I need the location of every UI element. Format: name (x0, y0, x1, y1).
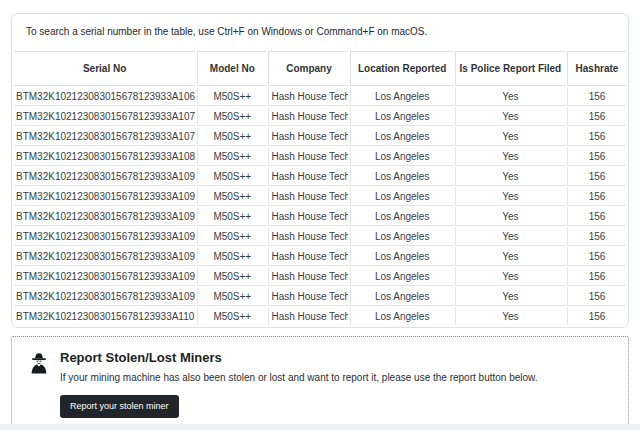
hashrate-cell: 156 (567, 168, 626, 186)
column-header-model: Model No (197, 51, 266, 86)
model-cell: M50S++ (197, 228, 266, 246)
hashrate-cell: 156 (567, 268, 626, 286)
company-cell: Hash House Tech (268, 188, 348, 206)
model-cell: M50S++ (197, 108, 266, 126)
model-cell: M50S++ (197, 188, 266, 206)
column-header-serial: Serial No (14, 51, 195, 86)
model-cell: M50S++ (197, 208, 266, 226)
company-cell: Hash House Tech (268, 208, 348, 226)
page-bottom-strip (0, 424, 640, 430)
hashrate-cell: 156 (567, 208, 626, 226)
company-cell: Hash House Tech (268, 308, 348, 325)
location-cell: Los Angeles (350, 288, 452, 306)
company-cell: Hash House Tech (268, 268, 348, 286)
search-hint-text: To search a serial number in the table, … (12, 14, 628, 49)
table-header-row: Serial NoModel NoCompanyLocation Reporte… (14, 51, 626, 86)
company-cell: Hash House Tech (268, 288, 348, 306)
model-cell: M50S++ (197, 288, 266, 306)
location-cell: Los Angeles (350, 128, 452, 146)
hashrate-cell: 156 (567, 228, 626, 246)
police-cell: Yes (455, 148, 565, 166)
company-cell: Hash House Tech (268, 108, 348, 126)
table-row: BTM32K102123083015678123933A11019M50S++H… (14, 308, 626, 325)
police-cell: Yes (455, 168, 565, 186)
column-header-location: Location Reported (350, 51, 452, 86)
table-row: BTM32K102123083015678123933A10648M50S++H… (14, 88, 626, 106)
detective-spy-icon (29, 350, 49, 379)
location-cell: Los Angeles (350, 308, 452, 325)
location-cell: Los Angeles (350, 268, 452, 286)
company-cell: Hash House Tech (268, 88, 348, 106)
model-cell: M50S++ (197, 128, 266, 146)
location-cell: Los Angeles (350, 228, 452, 246)
column-header-company: Company (268, 51, 348, 86)
serial-cell: BTM32K102123083015678123933A10924 (14, 208, 195, 226)
table-row: BTM32K102123083015678123933A10830M50S++H… (14, 148, 626, 166)
hashrate-cell: 156 (567, 288, 626, 306)
table-row: BTM32K102123083015678123933A10926M50S++H… (14, 228, 626, 246)
company-cell: Hash House Tech (268, 168, 348, 186)
police-cell: Yes (455, 108, 565, 126)
table-row: BTM32K102123083015678123933A10935M50S++H… (14, 248, 626, 266)
hashrate-cell: 156 (567, 148, 626, 166)
model-cell: M50S++ (197, 168, 266, 186)
table-row: BTM32K102123083015678123933A10790M50S++H… (14, 108, 626, 126)
company-cell: Hash House Tech (268, 148, 348, 166)
serial-cell: BTM32K102123083015678123933A10830 (14, 148, 195, 166)
report-section-title: Report Stolen/Lost Miners (60, 350, 612, 365)
serial-cell: BTM32K102123083015678123933A10926 (14, 228, 195, 246)
serial-cell: BTM32K102123083015678123933A10935 (14, 248, 195, 266)
location-cell: Los Angeles (350, 208, 452, 226)
location-cell: Los Angeles (350, 108, 452, 126)
table-row: BTM32K102123083015678123933A10917M50S++H… (14, 168, 626, 186)
location-cell: Los Angeles (350, 188, 452, 206)
company-cell: Hash House Tech (268, 128, 348, 146)
company-cell: Hash House Tech (268, 228, 348, 246)
company-cell: Hash House Tech (268, 248, 348, 266)
hashrate-cell: 156 (567, 108, 626, 126)
model-cell: M50S++ (197, 148, 266, 166)
location-cell: Los Angeles (350, 148, 452, 166)
police-cell: Yes (455, 268, 565, 286)
table-body: BTM32K102123083015678123933A10648M50S++H… (14, 88, 626, 325)
location-cell: Los Angeles (350, 168, 452, 186)
serial-cell: BTM32K102123083015678123933A10939 (14, 268, 195, 286)
hashrate-cell: 156 (567, 248, 626, 266)
hashrate-cell: 156 (567, 88, 626, 106)
table-row: BTM32K102123083015678123933A10946M50S++H… (14, 288, 626, 306)
police-cell: Yes (455, 228, 565, 246)
police-cell: Yes (455, 88, 565, 106)
hashrate-cell: 156 (567, 128, 626, 146)
police-cell: Yes (455, 128, 565, 146)
serial-cell: BTM32K102123083015678123933A10917 (14, 168, 195, 186)
table-row: BTM32K102123083015678123933A10792M50S++H… (14, 128, 626, 146)
model-cell: M50S++ (197, 248, 266, 266)
model-cell: M50S++ (197, 308, 266, 325)
police-cell: Yes (455, 288, 565, 306)
police-cell: Yes (455, 188, 565, 206)
serial-cell: BTM32K102123083015678123933A10648 (14, 88, 195, 106)
model-cell: M50S++ (197, 268, 266, 286)
location-cell: Los Angeles (350, 88, 452, 106)
serial-cell: BTM32K102123083015678123933A10790 (14, 108, 195, 126)
hashrate-cell: 156 (567, 188, 626, 206)
serial-cell: BTM32K102123083015678123933A10946 (14, 288, 195, 306)
table-row: BTM32K102123083015678123933A10921M50S++H… (14, 188, 626, 206)
location-cell: Los Angeles (350, 248, 452, 266)
model-cell: M50S++ (197, 88, 266, 106)
column-header-hashrate: Hashrate (567, 51, 626, 86)
report-stolen-section: Report Stolen/Lost Miners If your mining… (11, 336, 629, 430)
police-cell: Yes (455, 308, 565, 325)
serial-cell: BTM32K102123083015678123933A10921 (14, 188, 195, 206)
table-row: BTM32K102123083015678123933A10939M50S++H… (14, 268, 626, 286)
serial-cell: BTM32K102123083015678123933A10792 (14, 128, 195, 146)
police-cell: Yes (455, 248, 565, 266)
stolen-miners-table: Serial NoModel NoCompanyLocation Reporte… (12, 49, 628, 327)
table-row: BTM32K102123083015678123933A10924M50S++H… (14, 208, 626, 226)
serial-cell: BTM32K102123083015678123933A11019 (14, 308, 195, 325)
miners-table-card: To search a serial number in the table, … (11, 13, 629, 328)
report-section-description: If your mining machine has also been sto… (60, 372, 612, 384)
column-header-police: Is Police Report Filed (455, 51, 565, 86)
hashrate-cell: 156 (567, 308, 626, 325)
report-stolen-miner-button[interactable]: Report your stolen miner (60, 395, 179, 418)
